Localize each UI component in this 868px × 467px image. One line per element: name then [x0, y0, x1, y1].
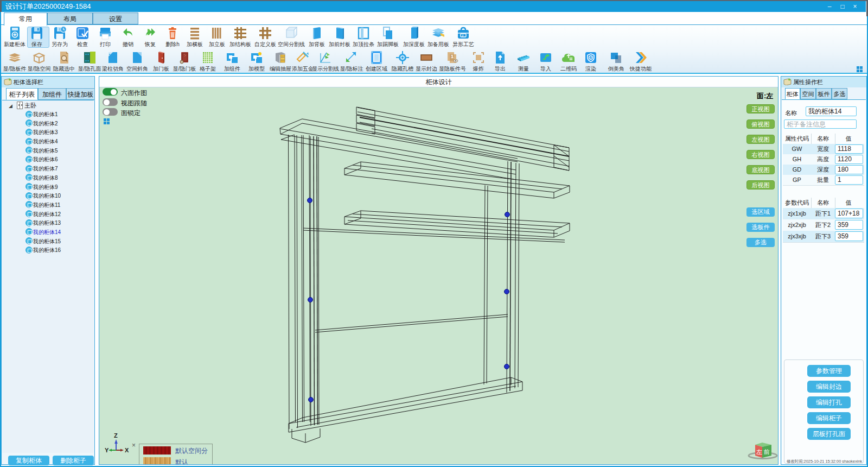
svg-text:左: 左: [756, 449, 762, 455]
svg-text:Z: Z: [462, 34, 464, 37]
svg-text:1: 1: [451, 54, 454, 59]
svg-text:Y: Y: [105, 447, 109, 453]
svg-text:X: X: [125, 447, 129, 453]
svg-text:前: 前: [763, 449, 770, 455]
svg-text:Z: Z: [114, 432, 118, 439]
